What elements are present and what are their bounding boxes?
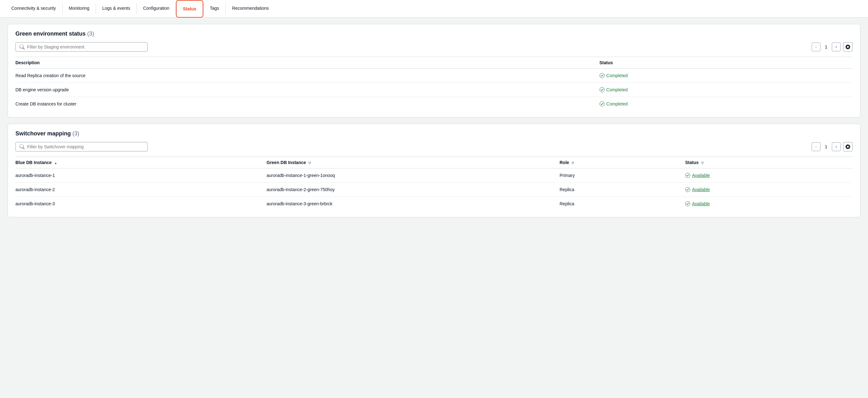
green-environment-table: Description Status Read Replica creation… bbox=[16, 57, 852, 111]
tab-logs[interactable]: Logs & events bbox=[96, 0, 136, 17]
search-icon bbox=[20, 144, 25, 149]
switchover-search-input[interactable] bbox=[27, 144, 144, 149]
description-cell: DB engine version upgrade bbox=[16, 83, 599, 97]
role-cell: Replica bbox=[560, 197, 685, 211]
tab-monitoring[interactable]: Monitoring bbox=[63, 0, 96, 17]
green-instance-cell: auroradb-instance-2-green-750hoy bbox=[267, 183, 560, 197]
sort-asc-icon: ▲ bbox=[54, 161, 57, 165]
svg-point-1 bbox=[599, 88, 604, 92]
status-cell[interactable]: Available bbox=[685, 197, 852, 211]
table-row: auroradb-instance-2 auroradb-instance-2-… bbox=[16, 183, 852, 197]
gear-icon bbox=[845, 144, 850, 149]
green-instance-cell: auroradb-instance-3-green-brbrck bbox=[267, 197, 560, 211]
svg-point-5 bbox=[685, 202, 690, 206]
switchover-prev-button[interactable]: ‹ bbox=[812, 142, 820, 151]
tab-tags[interactable]: Tags bbox=[204, 0, 226, 17]
tab-bar: Connectivity & security Monitoring Logs … bbox=[0, 0, 868, 18]
description-cell: Create DB instances for cluster bbox=[16, 97, 599, 111]
col-description: Description bbox=[16, 57, 599, 69]
role-cell: Primary bbox=[560, 169, 685, 183]
switchover-search-box[interactable] bbox=[16, 142, 148, 151]
svg-point-4 bbox=[685, 187, 690, 192]
status-cell: Completed bbox=[599, 69, 852, 83]
table-row: Read Replica creation of the source Comp… bbox=[16, 69, 852, 83]
svg-point-2 bbox=[599, 102, 604, 106]
main-content: Green environment status (3) ‹ 1 › bbox=[0, 18, 868, 223]
switchover-pagination: ‹ 1 › bbox=[812, 142, 852, 151]
blue-instance-cell: auroradb-instance-2 bbox=[16, 183, 267, 197]
status-text: Completed bbox=[607, 87, 628, 92]
table-row: auroradb-instance-3 auroradb-instance-3-… bbox=[16, 197, 852, 211]
status-cell[interactable]: Available bbox=[685, 169, 852, 183]
green-environment-panel: Green environment status (3) ‹ 1 › bbox=[7, 24, 861, 118]
green-environment-search-input[interactable] bbox=[27, 44, 144, 50]
switchover-page-number: 1 bbox=[823, 144, 829, 149]
col-role[interactable]: Role ▽ bbox=[560, 157, 685, 169]
sort-none-icon: ▽ bbox=[701, 161, 704, 165]
tab-configuration[interactable]: Configuration bbox=[137, 0, 176, 17]
blue-instance-cell: auroradb-instance-1 bbox=[16, 169, 267, 183]
green-environment-count: (3) bbox=[87, 31, 94, 37]
tab-recommendations[interactable]: Recommendations bbox=[226, 0, 275, 17]
green-environment-title: Green environment status (3) bbox=[16, 31, 852, 37]
green-settings-button[interactable] bbox=[843, 42, 852, 52]
switchover-table: Blue DB Instance ▲ Green DB Instance ▽ R… bbox=[16, 156, 852, 211]
switchover-mapping-title: Switchover mapping (3) bbox=[16, 130, 852, 137]
status-cell: Completed bbox=[599, 83, 852, 97]
green-next-button[interactable]: › bbox=[832, 42, 841, 51]
sort-none-icon: ▽ bbox=[571, 161, 574, 165]
status-text: Completed bbox=[607, 73, 628, 78]
col-blue-db-instance[interactable]: Blue DB Instance ▲ bbox=[16, 157, 267, 169]
role-cell: Replica bbox=[560, 183, 685, 197]
blue-instance-cell: auroradb-instance-3 bbox=[16, 197, 267, 211]
svg-point-3 bbox=[685, 173, 690, 178]
col-green-db-instance[interactable]: Green DB Instance ▽ bbox=[267, 157, 560, 169]
green-environment-search-box[interactable] bbox=[16, 42, 148, 52]
status-cell[interactable]: Available bbox=[685, 183, 852, 197]
table-row: DB engine version upgrade Completed bbox=[16, 83, 852, 97]
gear-icon bbox=[845, 44, 850, 50]
switchover-next-button[interactable]: › bbox=[832, 142, 841, 151]
green-instance-cell: auroradb-instance-1-green-1onooq bbox=[267, 169, 560, 183]
switchover-mapping-panel: Switchover mapping (3) ‹ 1 › bbox=[7, 124, 861, 217]
status-text[interactable]: Available bbox=[692, 201, 710, 206]
green-environment-filter-row: ‹ 1 › bbox=[16, 42, 852, 52]
col-status-header: Status bbox=[599, 57, 852, 69]
status-cell: Completed bbox=[599, 97, 852, 111]
switchover-filter-row: ‹ 1 › bbox=[16, 142, 852, 151]
table-row: auroradb-instance-1 auroradb-instance-1-… bbox=[16, 169, 852, 183]
green-environment-pagination: ‹ 1 › bbox=[812, 42, 852, 52]
green-page-number: 1 bbox=[823, 44, 829, 50]
green-prev-button[interactable]: ‹ bbox=[812, 42, 820, 51]
svg-point-0 bbox=[599, 73, 604, 78]
status-text: Completed bbox=[607, 101, 628, 106]
status-text[interactable]: Available bbox=[692, 173, 710, 178]
switchover-mapping-count: (3) bbox=[72, 130, 79, 137]
description-cell: Read Replica creation of the source bbox=[16, 69, 599, 83]
tab-status[interactable]: Status bbox=[176, 0, 203, 18]
col-status[interactable]: Status ▽ bbox=[685, 157, 852, 169]
search-icon bbox=[20, 44, 25, 50]
sort-none-icon: ▽ bbox=[308, 161, 311, 165]
table-row: Create DB instances for cluster Complete… bbox=[16, 97, 852, 111]
status-text[interactable]: Available bbox=[692, 187, 710, 192]
switchover-settings-button[interactable] bbox=[843, 142, 852, 151]
tab-connectivity[interactable]: Connectivity & security bbox=[5, 0, 62, 17]
